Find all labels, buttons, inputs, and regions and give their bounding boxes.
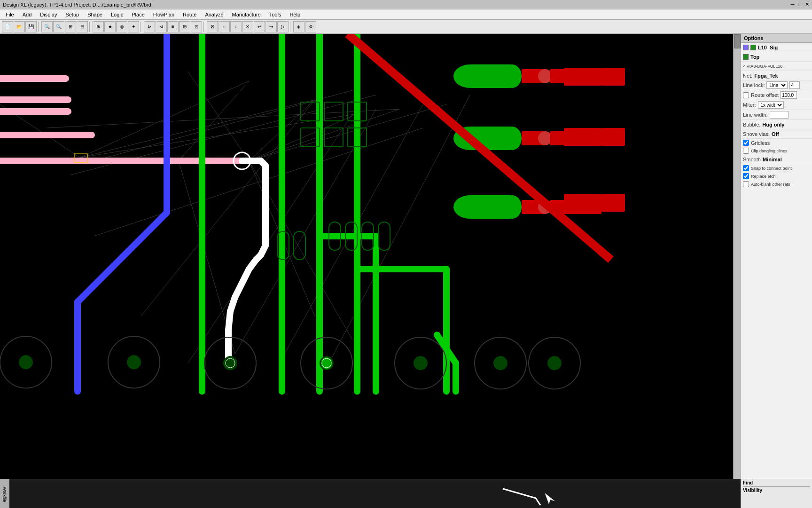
maximize-btn[interactable]: □ — [798, 1, 801, 8]
toolbar-btn-2[interactable]: ★ — [104, 21, 116, 32]
toolbar-zoom-out[interactable]: 🔍 — [53, 21, 64, 32]
svg-point-103 — [414, 356, 428, 370]
layer-color-swatch2 — [750, 45, 756, 50]
toolbar-new[interactable]: 📄 — [2, 21, 13, 32]
toolbar-btn-12[interactable]: ↕ — [230, 21, 242, 32]
line-lock-number[interactable] — [789, 81, 800, 89]
shove-vias-label: Shove vias: — [743, 131, 770, 137]
replace-etch-label: Replace etch — [751, 174, 776, 179]
menu-manufacture[interactable]: Manufacture — [228, 11, 265, 18]
bubble-value: Hug only — [762, 122, 784, 127]
toolbar-zoom-fit[interactable]: ⊞ — [65, 21, 76, 32]
svg-rect-76 — [564, 194, 601, 212]
toolbar-save[interactable]: 💾 — [25, 21, 37, 32]
gridless-checkbox[interactable] — [743, 140, 749, 146]
vertical-scrollbar[interactable] — [733, 34, 741, 479]
pcb-canvas[interactable] — [0, 34, 741, 479]
menu-shape[interactable]: Shape — [84, 11, 106, 18]
miter-label: Miter: — [743, 102, 756, 108]
svg-point-58 — [503, 64, 522, 88]
net-value: Fpga_Tck — [754, 73, 778, 79]
toolbar-btn-13[interactable]: ✕ — [242, 21, 253, 32]
sublayer-swatch — [743, 54, 749, 60]
layer-row: L10_Sig — [741, 43, 812, 52]
shove-vias-value: Off — [772, 131, 779, 137]
svg-rect-79 — [601, 194, 625, 212]
line-width-input[interactable]: 5.70 — [770, 111, 789, 119]
sublayer-name: Top — [750, 54, 759, 60]
toolbar-btn-18[interactable]: ⚙ — [305, 21, 316, 32]
menu-tools[interactable]: Tools — [265, 11, 285, 18]
toolbar-btn-6[interactable]: ⊲ — [156, 21, 167, 32]
toolbar-btn-9[interactable]: ⊡ — [191, 21, 202, 32]
menu-setup[interactable]: Setup — [62, 11, 83, 18]
line-width-row: Line width: 5.70 — [741, 110, 812, 120]
workfile-tab: Workfile — [0, 479, 9, 508]
menu-route[interactable]: Route — [179, 11, 200, 18]
line-lock-select[interactable]: Line — [766, 81, 788, 89]
workfile-label: Workfile — [2, 487, 7, 502]
sublayer-row: Top — [741, 52, 812, 62]
toolbar-btn-17[interactable]: ◈ — [293, 21, 304, 32]
menu-analyze[interactable]: Analyze — [201, 11, 227, 18]
replace-etch-checkbox[interactable] — [743, 173, 749, 179]
menu-flowplan[interactable]: FlowPlan — [149, 11, 178, 18]
net-row: Net: Fpga_Tck — [741, 71, 812, 80]
menu-add[interactable]: Add — [19, 11, 36, 18]
toolbar-btn-10[interactable]: ⊠ — [207, 21, 218, 32]
svg-rect-110 — [9, 479, 741, 508]
gridless-row: Gridless — [741, 139, 812, 147]
toolbar-btn-1[interactable]: ⊕ — [93, 21, 104, 32]
snap-checkbox[interactable] — [743, 165, 749, 171]
route-offset-checkbox[interactable] — [743, 92, 749, 98]
main-layout: Options L10_Sig Top < VIA8-BGA-FULL16 Ne… — [0, 34, 812, 479]
svg-point-101 — [321, 357, 332, 369]
net-label: Net: — [743, 73, 752, 79]
line-width-label: Line width: — [743, 112, 768, 118]
auto-blank-row: Auto-blank other rats — [741, 180, 812, 188]
visibility-section: Visibility — [743, 488, 810, 493]
scrollbar-thumb[interactable] — [734, 34, 741, 48]
route-offset-input[interactable] — [781, 91, 797, 99]
route-offset-row: Route offset — [741, 90, 812, 100]
minimize-btn[interactable]: ─ — [791, 1, 795, 8]
bubble-label: Bubble: — [743, 122, 760, 127]
menu-help[interactable]: Help — [286, 11, 304, 18]
smooth-value: Minimal — [763, 157, 782, 162]
menu-display[interactable]: Display — [36, 11, 61, 18]
smooth-label: Smooth — [743, 157, 761, 162]
menu-logic[interactable]: Logic — [107, 11, 127, 18]
menu-place[interactable]: Place — [128, 11, 148, 18]
svg-point-70 — [503, 195, 522, 219]
toolbar-btn-14[interactable]: ↩ — [254, 21, 265, 32]
close-btn[interactable]: ✕ — [805, 1, 809, 8]
auto-blank-checkbox[interactable] — [743, 181, 749, 187]
toolbar-btn-7[interactable]: ≡ — [167, 21, 179, 32]
toolbar-open[interactable]: 📂 — [14, 21, 25, 32]
via-name: < VIA8-BGA-FULL16 — [743, 64, 782, 69]
replace-etch-row: Replace etch — [741, 172, 812, 180]
menu-file[interactable]: File — [2, 11, 18, 18]
toolbar-zoom-in[interactable]: 🔍 — [41, 21, 53, 32]
toolbar-btn-5[interactable]: ⊳ — [144, 21, 155, 32]
toolbar-btn-11[interactable]: ↔ — [219, 21, 230, 32]
toolbar-btn-3[interactable]: ◎ — [116, 21, 127, 32]
toolbar-btn-4[interactable]: ✦ — [128, 21, 139, 32]
clip-dangling-label: Clip dangling clines — [751, 149, 788, 153]
svg-point-64 — [503, 127, 522, 150]
clip-dangling-checkbox[interactable] — [743, 148, 749, 154]
options-header: Options — [741, 34, 812, 43]
visibility-label: Visibility — [743, 488, 762, 493]
menu-bar: File Add Display Setup Shape Logic Place… — [0, 9, 812, 20]
miter-select[interactable]: 1x width — [758, 101, 784, 109]
line-lock-label: Line lock: — [743, 82, 765, 88]
svg-point-105 — [493, 356, 508, 370]
mini-preview-container: Workfile Find Visibility — [0, 479, 812, 508]
toolbar-zoom-select[interactable]: ⊟ — [77, 21, 88, 32]
svg-rect-0 — [0, 34, 741, 479]
toolbar-btn-15[interactable]: ↪ — [265, 21, 277, 32]
toolbar-btn-8[interactable]: ⊞ — [179, 21, 190, 32]
snap-label: Snap to connect point — [751, 166, 792, 171]
clip-dangling-row: Clip dangling clines — [741, 147, 812, 155]
toolbar-btn-16[interactable]: ▷ — [277, 21, 289, 32]
